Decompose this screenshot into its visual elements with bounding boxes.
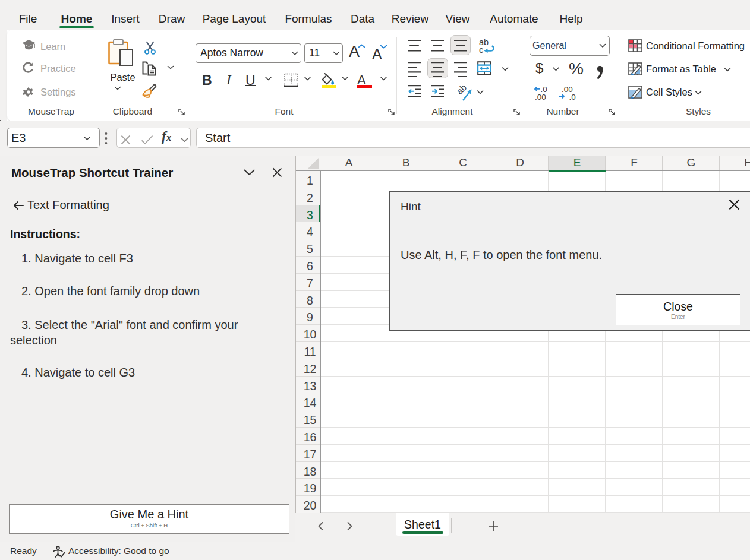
- svg-text:.0: .0: [569, 93, 576, 102]
- svg-text:c: c: [479, 45, 483, 55]
- svg-text:ab: ab: [456, 83, 468, 96]
- svg-text:.00: .00: [535, 93, 546, 102]
